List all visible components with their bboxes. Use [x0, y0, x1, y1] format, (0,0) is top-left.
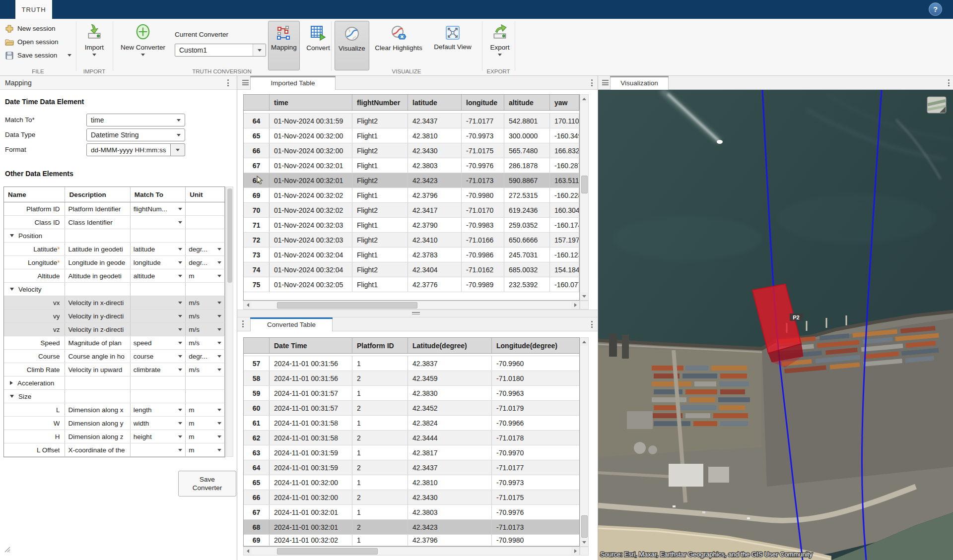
table-row[interactable]: 582024-11-01 00:31:56242.3459-71.0180: [244, 371, 579, 386]
collapse-icon[interactable]: [10, 288, 14, 291]
table-row[interactable]: 6601-Nov-2024 00:32:00Flight242.3430-71.…: [244, 143, 579, 158]
scrollbar-thumb[interactable]: [277, 302, 417, 309]
dropdown-arrow-icon[interactable]: [178, 436, 182, 438]
table-row[interactable]: 632024-11-01 00:31:59142.3817-70.9970: [244, 445, 579, 460]
mapping-row[interactable]: vyVelocity in y-directim/s: [4, 310, 225, 323]
unit-cell[interactable]: m/s: [186, 363, 225, 376]
collapse-icon[interactable]: [10, 234, 14, 237]
unit-cell[interactable]: m: [186, 403, 225, 416]
match-to-cell[interactable]: width: [131, 417, 186, 430]
export-dropdown-icon[interactable]: [498, 54, 502, 56]
new-converter-button[interactable]: New Converter: [114, 21, 172, 70]
match-to-cell[interactable]: height: [131, 430, 186, 443]
help-button[interactable]: ?: [929, 2, 942, 16]
unit-cell[interactable]: m/s: [186, 310, 225, 322]
unit-cell[interactable]: m: [186, 269, 225, 282]
scroll-up-icon[interactable]: [580, 95, 588, 103]
column-header[interactable]: Longitude(degree): [492, 338, 580, 353]
column-header[interactable]: latitude: [408, 95, 462, 110]
mapping-row[interactable]: SpeedMagnitude of planspeedm/s: [4, 336, 225, 350]
import-dropdown-icon[interactable]: [92, 54, 96, 56]
dropdown-arrow-icon[interactable]: [178, 275, 182, 277]
map-image[interactable]: P2 Source: Esri, Maxar, Earthstar Geogra…: [598, 90, 953, 560]
basemap-picker-icon[interactable]: [927, 97, 946, 113]
horizontal-splitter[interactable]: [237, 310, 598, 317]
unit-cell[interactable]: [186, 202, 225, 215]
match-to-cell[interactable]: [131, 443, 186, 456]
dropdown-arrow-icon[interactable]: [217, 342, 221, 344]
imported-vscrollbar[interactable]: [580, 94, 589, 301]
expand-icon[interactable]: [10, 381, 13, 385]
column-header[interactable]: Unit: [186, 187, 225, 202]
mapping-row[interactable]: L OffsetX-coordinate of them: [4, 443, 225, 457]
converted-hscrollbar[interactable]: [243, 547, 580, 556]
imported-hscrollbar[interactable]: [243, 301, 580, 310]
tab-imported-table[interactable]: Imported Table: [250, 76, 336, 90]
table-row[interactable]: 7001-Nov-2024 00:32:02Flight242.3417-71.…: [244, 203, 579, 218]
table-row[interactable]: 642024-11-01 00:31:59242.3437-71.0177: [244, 460, 579, 475]
mapping-row[interactable]: Longitude*Longitude in geodelongitudedeg…: [4, 256, 225, 269]
table-row[interactable]: 6901-Nov-2024 00:32:02Flight142.3796-70.…: [244, 188, 579, 203]
scrollbar-thumb[interactable]: [227, 188, 232, 283]
scroll-down-icon[interactable]: [580, 538, 588, 546]
mapping-row[interactable]: AltitudeAltitude in geodetialtitudem: [4, 269, 225, 283]
mapping-row[interactable]: Acceleration: [4, 376, 225, 390]
open-session-button[interactable]: Open session: [5, 35, 71, 49]
dropdown-arrow-icon[interactable]: [217, 409, 221, 411]
match-to-cell[interactable]: speed: [131, 336, 186, 349]
mapping-row[interactable]: HDimension along zheightm: [4, 430, 225, 443]
unit-cell[interactable]: degr...: [186, 350, 225, 363]
dropdown-arrow-icon[interactable]: [178, 302, 182, 304]
match-to-cell[interactable]: length: [131, 403, 186, 416]
scroll-up-icon[interactable]: [580, 338, 588, 346]
current-converter-dropdown-icon[interactable]: [253, 44, 266, 56]
match-to-cell[interactable]: [131, 310, 186, 322]
tab-truth[interactable]: TRUTH: [15, 0, 52, 19]
table-row[interactable]: 6401-Nov-2024 00:31:59Flight242.3437-71.…: [244, 114, 579, 128]
scrollbar-thumb[interactable]: [277, 548, 378, 555]
new-converter-dropdown-icon[interactable]: [141, 54, 145, 56]
unit-cell[interactable]: [186, 390, 225, 403]
column-header[interactable]: altitude: [504, 95, 550, 110]
table-row[interactable]: 6701-Nov-2024 00:32:01Flight142.3803-70.…: [244, 158, 579, 173]
panel-menu-icon[interactable]: [591, 321, 593, 328]
dropdown-arrow-icon[interactable]: [178, 261, 182, 264]
unit-cell[interactable]: m: [186, 417, 225, 430]
scroll-down-icon[interactable]: [580, 292, 588, 300]
match-to-cell[interactable]: [131, 390, 186, 403]
unit-cell[interactable]: m/s: [186, 323, 225, 336]
column-header[interactable]: Name: [4, 187, 65, 202]
mapping-row[interactable]: Position: [4, 229, 225, 243]
dropdown-arrow-icon[interactable]: [178, 409, 182, 411]
scrollbar-thumb[interactable]: [581, 515, 588, 538]
dropdown-arrow-icon[interactable]: [178, 328, 182, 331]
unit-cell[interactable]: degr...: [186, 256, 225, 269]
panel-menu-icon[interactable]: [227, 79, 229, 86]
column-header[interactable]: time: [270, 95, 352, 110]
table-row[interactable]: 622024-11-01 00:31:58242.3444-71.0178: [244, 431, 579, 445]
dropdown-arrow-icon[interactable]: [178, 449, 182, 451]
column-header[interactable]: Date Time: [270, 338, 352, 353]
dropdown-arrow-icon[interactable]: [217, 261, 221, 264]
dropdown-arrow-icon[interactable]: [217, 275, 221, 277]
dropdown-arrow-icon[interactable]: [178, 248, 182, 250]
table-row[interactable]: 662024-11-01 00:32:00242.3430-71.0175: [244, 490, 579, 505]
dropdown-arrow-icon[interactable]: [178, 221, 182, 224]
converted-vscrollbar[interactable]: [580, 337, 589, 547]
table-row[interactable]: 692024-11-01 00:32:02142.3796-70.9980: [244, 535, 579, 546]
match-to-cell[interactable]: latitude: [131, 243, 186, 255]
match-to-cell[interactable]: [131, 283, 186, 296]
format-combo[interactable]: dd-MMM-yyyy HH:mm:ss: [86, 143, 185, 156]
mapping-row[interactable]: Platform IDPlatform IdentifierflightNum.…: [4, 202, 225, 216]
match-to-cell[interactable]: altitude: [131, 269, 186, 282]
format-dropdown-icon[interactable]: [171, 143, 185, 156]
dropdown-arrow-icon[interactable]: [178, 355, 182, 358]
dropdown-arrow-icon[interactable]: [217, 422, 221, 425]
dropdown-arrow-icon[interactable]: [217, 369, 221, 371]
splitter-grip-icon[interactable]: [412, 312, 420, 314]
mapping-table-scrollbar[interactable]: [226, 187, 233, 457]
save-session-button[interactable]: Save session: [5, 49, 71, 62]
format-value[interactable]: dd-MMM-yyyy HH:mm:ss: [86, 143, 171, 156]
panel-drag-icon[interactable]: [602, 80, 609, 85]
column-header[interactable]: Match To: [131, 187, 186, 202]
